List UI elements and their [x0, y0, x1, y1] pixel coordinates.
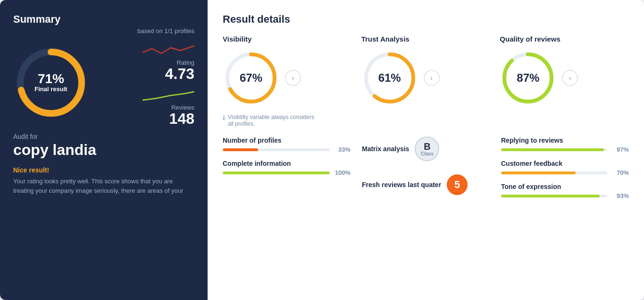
num-profiles-bar-wrap — [223, 148, 330, 151]
visibility-title: Visibility — [223, 35, 251, 43]
tone-expression-bar — [501, 195, 600, 197]
nice-result-text: Your rating looks pretty well. This scor… — [13, 177, 194, 195]
customer-feedback-bar-row: 70% — [501, 169, 629, 176]
grade-letter: B — [424, 142, 430, 151]
visibility-chevron[interactable]: › — [285, 70, 301, 86]
based-on: based on 1/1 profiles — [13, 27, 194, 34]
tone-expression-label: Tone of expression — [501, 183, 629, 190]
num-profiles-bar — [223, 148, 258, 151]
fresh-row: Fresh reviews last quater 5 — [362, 174, 490, 195]
rating-value: 4.73 — [165, 66, 194, 81]
visibility-info: ℹ Visibility variable always considers a… — [223, 114, 317, 127]
audit-for-label: Audit for — [13, 133, 194, 140]
trust-circle-wrap: 61% › — [361, 50, 440, 106]
nice-result-title: Nice result! — [13, 166, 194, 174]
visibility-center: 67% — [240, 71, 262, 85]
donut-center: 71% Final result — [34, 72, 67, 93]
replying-bar — [501, 148, 604, 151]
quality-circle-wrap: 87% › — [500, 50, 578, 106]
final-score-donut: 71% Final result — [13, 45, 89, 120]
visibility-circle: 67% — [223, 50, 279, 106]
quality-chevron[interactable]: › — [562, 70, 578, 86]
trust-chevron[interactable]: › — [424, 70, 440, 86]
tone-expression-bar-wrap — [501, 195, 607, 197]
visibility-circle-wrap: 67% › — [223, 50, 301, 106]
rating-block: Rating 4.73 — [165, 59, 194, 81]
trust-pct: 61% — [378, 71, 401, 84]
num-profiles-progress: 33% — [223, 146, 351, 153]
tone-expression-pct: 93% — [611, 192, 629, 199]
complete-info-metric: Complete information 100% — [223, 160, 351, 176]
trust-title: Trust Analysis — [361, 35, 410, 43]
complete-info-bar-wrap — [223, 171, 330, 174]
num-profiles-metric: Number of profiles 33% — [223, 137, 351, 153]
score-row: 71% Final result Rating 4.73 — [13, 39, 194, 126]
complete-info-pct: 100% — [334, 169, 351, 176]
result-title: Result details — [223, 13, 629, 26]
visibility-block: Visibility 67% › ℹ Visibi — [223, 35, 361, 127]
bottom-metrics: Number of profiles 33% Complete informat… — [223, 137, 629, 199]
final-pct: 71% — [34, 72, 67, 86]
complete-info-bar — [223, 171, 330, 174]
matrix-row: Matrix analysis B Class — [362, 137, 490, 161]
fresh-label: Fresh reviews last quater — [362, 181, 441, 189]
customer-feedback-metric: Customer feedback 70% — [501, 160, 629, 176]
complete-info-progress: 100% — [223, 169, 351, 176]
reviews-value: 148 — [169, 111, 194, 126]
replying-bar-wrap — [501, 148, 607, 151]
visibility-info-text: Visibility variable always considers all… — [228, 114, 317, 127]
final-label: Final result — [34, 86, 67, 93]
customer-feedback-pct: 70% — [611, 169, 629, 176]
grade-sub: Class — [421, 151, 434, 156]
replying-pct: 97% — [611, 146, 629, 153]
num-profiles-pct: 33% — [334, 146, 351, 153]
visibility-pct: 67% — [240, 71, 262, 84]
replying-label: Replying to reviews — [501, 137, 629, 144]
matrix-label: Matrix analysis — [362, 145, 409, 153]
quality-center: 87% — [517, 71, 539, 85]
reviews-block: Reviews 148 — [169, 104, 194, 126]
trust-center: 61% — [378, 71, 401, 85]
summary-title: Summary — [13, 13, 194, 26]
main-container: Summary based on 1/1 profiles 71% Final … — [0, 0, 644, 300]
complete-info-label: Complete information — [223, 160, 351, 167]
reviews-chart — [142, 86, 194, 103]
summary-panel: Summary based on 1/1 profiles 71% Final … — [0, 0, 208, 300]
customer-feedback-label: Customer feedback — [501, 160, 629, 167]
right-stats: Rating 4.73 Reviews 148 — [96, 39, 194, 126]
metrics-row: Visibility 67% › ℹ Visibi — [223, 35, 629, 127]
rating-chart — [142, 39, 194, 58]
info-icon: ℹ — [223, 114, 225, 121]
customer-feedback-bar-wrap — [501, 171, 607, 174]
quality-circle: 87% — [500, 50, 556, 106]
reviews-sparkline: Reviews 148 — [96, 86, 194, 126]
trust-block: Trust Analysis 61% › — [361, 35, 500, 127]
tone-expression-metric: Tone of expression 93% — [501, 183, 629, 199]
bottom-middle-col: Matrix analysis B Class Fresh reviews la… — [362, 137, 501, 199]
quality-pct: 87% — [517, 71, 539, 84]
grade-badge: B Class — [415, 137, 439, 161]
audit-name: copy landia — [13, 141, 194, 159]
fresh-badge: 5 — [447, 174, 468, 195]
replying-metric: Replying to reviews 97% — [501, 137, 629, 153]
rating-sparkline: Rating 4.73 — [96, 39, 194, 81]
fresh-value: 5 — [454, 179, 460, 191]
tone-expression-bar-row: 93% — [501, 192, 629, 199]
num-profiles-label: Number of profiles — [223, 137, 351, 144]
customer-feedback-bar — [501, 171, 576, 174]
replying-bar-row: 97% — [501, 146, 629, 153]
bottom-left-col: Number of profiles 33% Complete informat… — [223, 137, 362, 199]
quality-title: Quality of reviews — [500, 35, 560, 43]
right-sub-metrics: Replying to reviews 97% Customer feedbac… — [501, 137, 629, 199]
trust-circle: 61% — [361, 50, 418, 106]
result-panel: Result details Visibility 67% — [208, 0, 644, 300]
quality-block: Quality of reviews 87% › — [500, 35, 629, 127]
bottom-right-col: Replying to reviews 97% Customer feedbac… — [501, 137, 629, 199]
